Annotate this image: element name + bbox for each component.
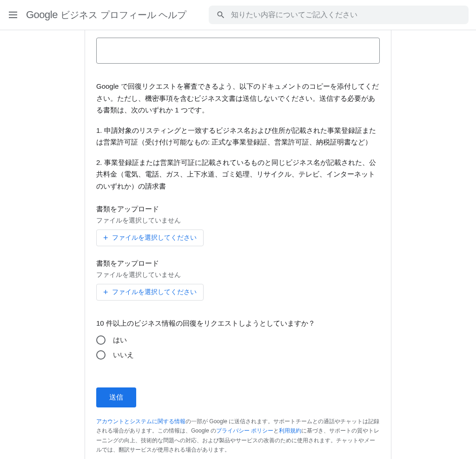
list-item-1: 1. 申請対象のリスティングと一致するビジネス名および住所が記載された事業登録証… [96, 125, 380, 148]
upload-button-2-label: ファイルを選択してください [112, 288, 197, 296]
radio-option-no[interactable]: いいえ [96, 350, 380, 360]
footer-link-account[interactable]: アカウントとシステムに関する情報 [96, 418, 185, 425]
plus-icon: + [103, 234, 108, 242]
footer-text: アカウントとシステムに関する情報の一部が Google に送信されます。サポート… [96, 417, 380, 455]
radio-icon[interactable] [96, 335, 106, 345]
logo[interactable]: Google ビジネス プロフィール ヘルプ [26, 9, 186, 21]
radio-option-yes[interactable]: はい [96, 335, 380, 345]
upload-section-1: 書類をアップロード ファイルを選択していません + ファイルを選択してください [96, 205, 380, 246]
upload-button-1[interactable]: + ファイルを選択してください [96, 230, 204, 246]
search-input[interactable] [231, 11, 461, 19]
intro-text: Google で回復リクエストを審査できるよう、以下のドキュメントのコピーを添付… [96, 80, 380, 116]
question-text: 10 件以上のビジネス情報の回復をリクエストしようとしていますか？ [96, 319, 380, 328]
footer-link-terms[interactable]: 利用規約 [279, 427, 301, 434]
submit-button[interactable]: 送信 [96, 387, 136, 407]
footer-t4: と [273, 427, 279, 434]
upload-button-2[interactable]: + ファイルを選択してください [96, 284, 204, 301]
menu-icon[interactable] [7, 9, 19, 20]
upload-label-1: 書類をアップロード [96, 205, 380, 214]
upload-button-1-label: ファイルを選択してください [112, 234, 197, 242]
text-input-box[interactable] [96, 38, 380, 64]
upload-label-2: 書類をアップロード [96, 259, 380, 268]
radio-icon[interactable] [96, 350, 106, 360]
form-card: Google で回復リクエストを審査できるよう、以下のドキュメントのコピーを添付… [85, 30, 391, 459]
plus-icon: + [103, 288, 108, 296]
logo-google: Google [26, 9, 58, 21]
footer-link-privacy[interactable]: プライバシー ポリシー [216, 427, 273, 434]
upload-status-2: ファイルを選択していません [96, 271, 380, 279]
radio-label-yes: はい [113, 336, 127, 345]
list-item-2: 2. 事業登録証または営業許可証に記載されているものと同じビジネス名が記載された… [96, 157, 380, 192]
upload-section-2: 書類をアップロード ファイルを選択していません + ファイルを選択してください [96, 259, 380, 301]
search-icon [216, 10, 225, 20]
header: Google ビジネス プロフィール ヘルプ [0, 0, 476, 30]
radio-label-no: いいえ [113, 351, 134, 360]
upload-status-1: ファイルを選択していません [96, 216, 380, 225]
logo-text: ビジネス プロフィール ヘルプ [60, 9, 186, 21]
search-bar[interactable] [209, 6, 469, 24]
